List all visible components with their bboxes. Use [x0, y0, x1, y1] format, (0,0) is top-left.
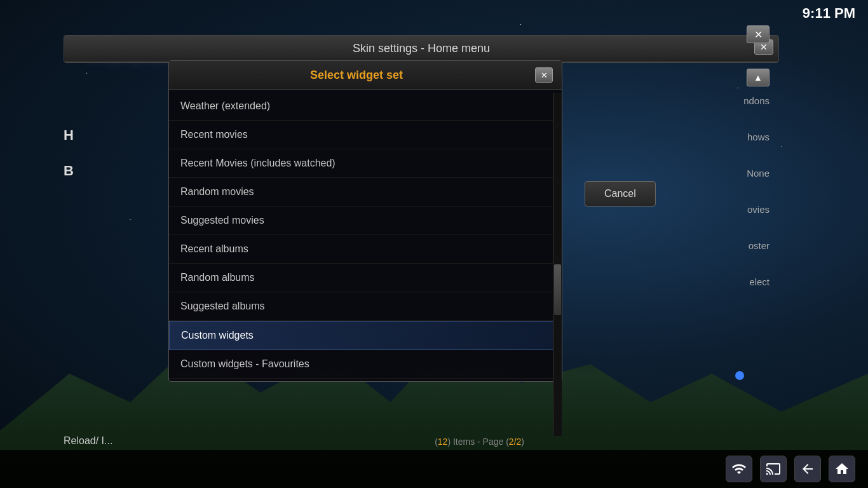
left-labels: H B [64, 127, 74, 179]
widget-dialog-close-button[interactable]: ✕ [535, 67, 553, 83]
list-item[interactable]: Recent Movies (includes watched) [169, 149, 562, 178]
skin-window-title: Skin settings - Home menu [64, 36, 778, 62]
list-item-selected[interactable]: Custom widgets [169, 321, 562, 350]
cancel-button-wrapper: Cancel [585, 130, 656, 207]
right-item-1: ndons [743, 95, 770, 106]
left-label-b: B [64, 163, 74, 179]
list-item[interactable]: Recent albums [169, 235, 562, 264]
list-item[interactable]: Suggested movies [169, 207, 562, 235]
list-item[interactable]: Custom widgets - Favourites [169, 350, 562, 379]
pagination-pages: 2/2 [509, 437, 521, 447]
back-icon[interactable] [794, 456, 821, 482]
clock: 9:11 PM [790, 0, 868, 27]
widget-dialog: Select widget set ✕ Weather (extended) R… [168, 60, 562, 382]
pagination-text: (12) Items - Page (2/2) [435, 437, 524, 447]
list-item[interactable]: Suggested albums [169, 292, 562, 321]
home-icon[interactable] [829, 456, 855, 482]
right-item-5: oster [749, 240, 770, 251]
cast-icon[interactable] [760, 456, 787, 482]
scrollbar-thumb[interactable] [554, 264, 561, 315]
right-item-2: hows [747, 132, 770, 142]
scroll-up-button[interactable]: ▲ [747, 69, 770, 86]
reload-label: Reload/ I... [64, 435, 112, 447]
window-close-button[interactable]: ✕ [747, 25, 770, 43]
bottom-bar [0, 450, 868, 488]
right-item-6: elect [749, 276, 770, 287]
right-item-3: None [747, 168, 770, 179]
indicator-dot [735, 371, 744, 380]
list-item[interactable]: Weather (extended) [169, 92, 562, 121]
widget-dialog-header: Select widget set ✕ [169, 61, 562, 90]
right-item-4: ovies [747, 204, 770, 215]
pagination-total: 12 [438, 437, 448, 447]
reload-text: Reload/ I... [64, 435, 112, 447]
wifi-icon[interactable] [726, 456, 752, 482]
left-label-h: H [64, 127, 74, 144]
scrollbar[interactable] [553, 93, 562, 436]
widget-list: Weather (extended) Recent movies Recent … [169, 90, 562, 381]
pagination: (12) Items - Page (2/2) [168, 437, 562, 447]
list-item[interactable]: Random albums [169, 264, 562, 292]
list-item[interactable]: Recent movies [169, 121, 562, 149]
right-panel: ndons hows None ovies oster elect [743, 95, 770, 287]
cancel-button[interactable]: Cancel [585, 181, 656, 207]
list-item[interactable]: Random movies [169, 178, 562, 207]
skin-settings-window: Skin settings - Home menu ✕ [64, 35, 779, 63]
widget-dialog-title: Select widget set [178, 69, 535, 82]
